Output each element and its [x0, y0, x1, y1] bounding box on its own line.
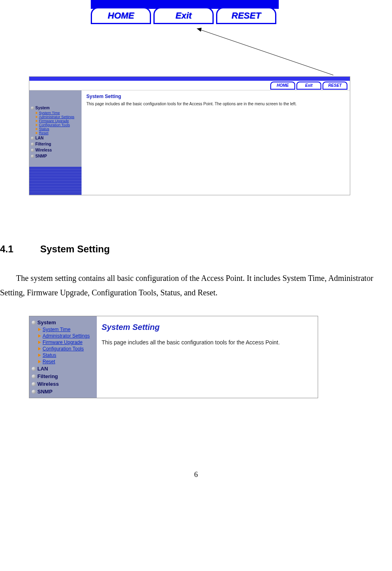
sidebar-item-system[interactable]: System	[29, 105, 82, 111]
section-paragraph: The system setting contains all basic co…	[0, 271, 376, 300]
sidebar-sub-label: Reset	[43, 359, 55, 364]
bullet-icon	[31, 155, 34, 158]
sidebar-sub-admin-settings[interactable]: Administrator Settings	[29, 333, 97, 339]
exit-button-small[interactable]: Exit	[296, 82, 321, 90]
sidebar-sub-label: Administrator Settings	[39, 115, 74, 119]
sidebar-sub-status[interactable]: Status	[29, 127, 82, 131]
sidebar-item-wireless[interactable]: Wireless	[29, 147, 82, 153]
content-description: This page includes all the basic configu…	[102, 339, 313, 346]
sidebar-label: LAN	[35, 136, 44, 140]
sidebar-sub-label: Status	[43, 352, 56, 358]
content-title: System Setting	[86, 94, 345, 99]
sidebar-sub-status[interactable]: Status	[29, 352, 97, 358]
content-description: This page includes all the basic configu…	[86, 102, 345, 106]
arrow-icon	[38, 354, 41, 357]
heading-text: System Setting	[40, 244, 110, 254]
sidebar-sub-reset[interactable]: Reset	[29, 358, 97, 365]
content-panel: System Setting This page includes all th…	[82, 90, 350, 195]
arrow-icon	[36, 132, 38, 134]
bullet-icon	[31, 149, 34, 152]
sidebar-sub-firmware-upgrade[interactable]: Firmware Upgrade	[29, 119, 82, 123]
arrow-icon	[36, 116, 38, 118]
sidebar-sub-label: Reset	[39, 131, 49, 135]
sidebar-label: SNMP	[35, 154, 47, 158]
bullet-icon	[32, 390, 36, 394]
bullet-icon	[32, 375, 36, 379]
sidebar-label: Wireless	[37, 381, 59, 387]
document-section: 4.1System Setting The system setting con…	[0, 244, 392, 300]
sidebar-label: SNMP	[37, 389, 53, 395]
exit-button[interactable]: Exit	[153, 7, 214, 24]
content-panel: System Setting This page includes all th…	[97, 316, 318, 398]
arrow-icon	[38, 328, 41, 331]
arrow-icon	[36, 124, 38, 126]
sidebar-sub-label: System Time	[43, 327, 70, 332]
sidebar-sub-reset[interactable]: Reset	[29, 131, 82, 135]
reset-button[interactable]: RESET	[216, 7, 276, 24]
sidebar: System System Time Administrator Setting…	[29, 316, 97, 398]
arrow-icon	[36, 112, 38, 114]
content-title: System Setting	[102, 323, 313, 332]
sidebar-sub-system-time[interactable]: System Time	[29, 111, 82, 115]
sidebar-sub-admin-settings[interactable]: Administrator Settings	[29, 115, 82, 119]
sidebar-label: LAN	[37, 366, 48, 372]
sidebar-item-filtering[interactable]: Filtering	[29, 372, 97, 380]
bullet-icon	[31, 143, 34, 146]
page-number: 6	[0, 471, 392, 487]
sidebar-item-wireless[interactable]: Wireless	[29, 380, 97, 388]
sidebar-sub-label: Status	[39, 127, 49, 131]
sidebar-sub-config-tools[interactable]: Configuration Tools	[29, 346, 97, 352]
arrow-icon	[36, 120, 38, 122]
bullet-icon	[32, 382, 36, 386]
header-bluebar	[29, 77, 350, 81]
admin-ui-screenshot-zoom: System System Time Administrator Setting…	[29, 316, 318, 398]
sidebar-sub-label: Firmware Upgrade	[43, 340, 82, 345]
arrow-icon	[38, 360, 41, 363]
sidebar-item-system[interactable]: System	[29, 319, 97, 326]
svg-line-0	[197, 29, 333, 75]
sidebar-sub-config-tools[interactable]: Configuration Tools	[29, 123, 82, 127]
header-tabrow: HOME Exit RESET	[29, 81, 350, 90]
home-button-small[interactable]: HOME	[270, 82, 295, 90]
sidebar-sub-label: Firmware Upgrade	[39, 119, 69, 123]
bullet-icon	[31, 106, 34, 110]
heading-number: 4.1	[0, 244, 40, 255]
bullet-icon	[32, 367, 36, 371]
arrow-icon	[36, 128, 38, 130]
sidebar-sub-system-time[interactable]: System Time	[29, 326, 97, 333]
sidebar-sub-label: Configuration Tools	[39, 123, 70, 127]
sidebar-item-lan[interactable]: LAN	[29, 365, 97, 372]
sidebar-sub-label: Configuration Tools	[43, 346, 84, 352]
admin-ui-screenshot: HOME Exit RESET System System Time Admin…	[29, 76, 350, 195]
sidebar-decoration	[29, 167, 82, 195]
arrow-icon	[38, 341, 41, 344]
sidebar-label: System	[35, 106, 50, 110]
sidebar-label: Wireless	[35, 148, 52, 152]
callout-arrow	[0, 26, 392, 82]
sidebar-label: Filtering	[35, 142, 51, 146]
sidebar-sub-label: System Time	[39, 111, 60, 115]
svg-marker-1	[197, 28, 202, 32]
home-button[interactable]: HOME	[91, 7, 151, 24]
sidebar-sub-firmware-upgrade[interactable]: Firmware Upgrade	[29, 339, 97, 346]
sidebar-label: System	[37, 319, 56, 325]
sidebar-item-lan[interactable]: LAN	[29, 135, 82, 141]
sidebar: System System Time Administrator Setting…	[29, 90, 82, 195]
sidebar-item-snmp[interactable]: SNMP	[29, 388, 97, 395]
arrow-icon	[38, 347, 41, 350]
sidebar-item-snmp[interactable]: SNMP	[29, 153, 82, 159]
sidebar-label: Filtering	[37, 373, 58, 379]
section-heading: 4.1System Setting	[0, 244, 376, 255]
bullet-icon	[31, 137, 34, 140]
sidebar-item-filtering[interactable]: Filtering	[29, 141, 82, 147]
arrow-icon	[38, 334, 41, 338]
bullet-icon	[32, 321, 36, 325]
reset-button-small[interactable]: RESET	[323, 82, 347, 90]
top-nav-buttons-enlarged: HOME Exit RESET	[0, 0, 392, 28]
sidebar-sub-label: Administrator Settings	[43, 333, 90, 339]
